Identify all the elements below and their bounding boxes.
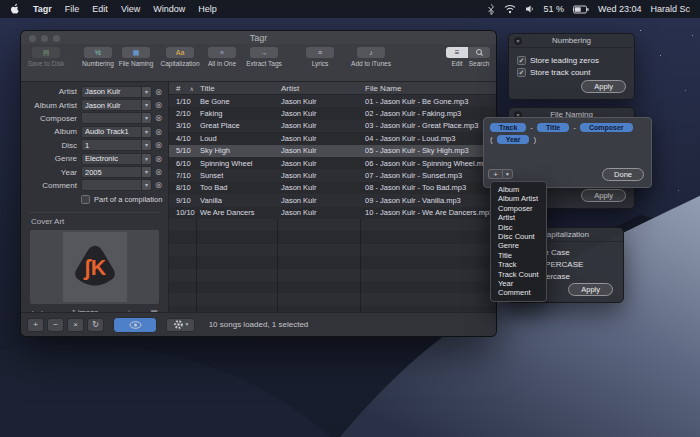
token-menu-chevron[interactable]: ▾	[502, 169, 513, 179]
close-icon[interactable]: ×	[514, 37, 522, 45]
capitalization-apply-button[interactable]: Apply	[568, 283, 613, 296]
genre-clear-button[interactable]: ⊗	[153, 154, 164, 164]
numbering-button[interactable]: ½ Numbering	[80, 47, 116, 67]
edit-segment[interactable]: ≡	[446, 47, 468, 58]
menubar-item-file[interactable]: File	[65, 4, 80, 14]
close-paren[interactable]: )	[533, 135, 536, 144]
file-naming-apply-button[interactable]: Apply	[581, 189, 626, 202]
composer-token[interactable]: Composer	[580, 123, 633, 132]
header-file-name[interactable]: File Name	[360, 84, 496, 93]
year-clear-button[interactable]: ⊗	[153, 167, 164, 177]
all-in-one-button[interactable]: » All in One	[204, 47, 240, 67]
add-to-itunes-button[interactable]: ♪ Add to iTunes	[345, 47, 397, 67]
artist-clear-button[interactable]: ⊗	[153, 87, 164, 97]
chevron-down-icon[interactable]: ▾	[141, 140, 151, 150]
table-row[interactable]: 9/10 Vanilla Jason Kulr 09 - Jason Kulr …	[169, 194, 496, 206]
year-input[interactable]: 2005 ▾	[81, 166, 152, 178]
preview-button[interactable]	[113, 317, 157, 333]
capitalization-button[interactable]: Aa Capitalization	[156, 47, 204, 67]
store-track-count-checkbox[interactable]: ✓	[517, 68, 526, 77]
volume-icon[interactable]	[525, 4, 535, 14]
clear-list-button[interactable]: ×	[67, 318, 84, 332]
token-separator[interactable]: -	[530, 123, 533, 132]
wifi-icon[interactable]	[504, 4, 516, 14]
menubar-item-edit[interactable]: Edit	[92, 4, 108, 14]
year-token[interactable]: Year	[497, 135, 530, 144]
menubar-item-window[interactable]: Window	[153, 4, 185, 14]
album-clear-button[interactable]: ⊗	[153, 127, 164, 137]
menu-item-title[interactable]: Title	[491, 251, 546, 260]
add-token-button[interactable]: +	[488, 169, 502, 179]
menubar-user[interactable]: Harald Sc	[650, 4, 690, 14]
table-row[interactable]: 6/10 Spinning Wheel Jason Kulr 06 - Jaso…	[169, 157, 496, 169]
file-naming-button[interactable]: ▦ File Naming	[116, 47, 156, 67]
disc-clear-button[interactable]: ⊗	[153, 140, 164, 150]
table-row[interactable]: 7/10 Sunset Jason Kulr 07 - Jason Kulr -…	[169, 169, 496, 181]
done-button[interactable]: Done	[602, 168, 644, 181]
album-artist-input[interactable]: Jason Kulr ▾	[81, 99, 152, 111]
chevron-down-icon[interactable]: ▾	[141, 180, 151, 190]
table-row[interactable]: 10/10 We Are Dancers Jason Kulr 10 - Jas…	[169, 207, 496, 219]
menubar-item-view[interactable]: View	[121, 4, 140, 14]
menubar-item-help[interactable]: Help	[198, 4, 217, 14]
menu-item-genre[interactable]: Genre	[491, 241, 546, 250]
apple-menu-icon[interactable]	[10, 3, 20, 15]
header-num[interactable]: #∧	[169, 84, 196, 93]
settings-button[interactable]: ▾	[166, 318, 195, 332]
composer-clear-button[interactable]: ⊗	[153, 113, 164, 123]
window-title: Tagr	[21, 33, 496, 43]
menu-item-year[interactable]: Year	[491, 279, 546, 288]
table-row[interactable]: 4/10 Loud Jason Kulr 04 - Jason Kulr - L…	[169, 132, 496, 144]
table-row[interactable]: 1/10 Be Gone Jason Kulr 01 - Jason Kulr …	[169, 95, 496, 107]
menu-item-track-count[interactable]: Track Count	[491, 270, 546, 279]
artist-input[interactable]: Jason Kulr ▾	[81, 86, 152, 98]
table-row[interactable]: 2/10 Faking Jason Kulr 02 - Jason Kulr -…	[169, 107, 496, 119]
store-leading-zeros-checkbox[interactable]: ✓	[517, 56, 526, 65]
compilation-checkbox[interactable]: ✓	[81, 195, 90, 204]
chevron-down-icon[interactable]: ▾	[141, 167, 151, 177]
menu-item-album[interactable]: Album	[491, 185, 546, 194]
numbering-apply-button[interactable]: Apply	[581, 80, 626, 93]
menu-item-disc-count[interactable]: Disc Count	[491, 232, 546, 241]
comment-input[interactable]: ▾	[81, 179, 152, 191]
header-artist[interactable]: Artist	[277, 84, 360, 93]
open-paren[interactable]: (	[490, 135, 493, 144]
bluetooth-icon[interactable]	[487, 4, 495, 15]
search-segment[interactable]	[468, 47, 490, 58]
menubar-app-name[interactable]: Tagr	[33, 4, 52, 14]
title-token[interactable]: Title	[537, 123, 569, 132]
reload-button[interactable]: ↻	[87, 318, 104, 332]
cover-art-well[interactable]: ʃK	[30, 230, 159, 304]
chevron-down-icon[interactable]: ▾	[141, 154, 151, 164]
chevron-down-icon[interactable]: ▾	[141, 100, 151, 110]
chevron-down-icon[interactable]: ▾	[141, 127, 151, 137]
table-row-selected[interactable]: 5/10 Sky High Jason Kulr 05 - Jason Kulr…	[169, 145, 496, 157]
table-row[interactable]: 8/10 Too Bad Jason Kulr 08 - Jason Kulr …	[169, 182, 496, 194]
disc-input[interactable]: 1 ▾	[81, 139, 152, 151]
menu-item-album-artist[interactable]: Album Artist	[491, 194, 546, 203]
menu-item-composer[interactable]: Composer	[491, 204, 546, 213]
save-to-disk-button[interactable]: ▤ Save to Disk	[25, 47, 67, 67]
menu-item-comment[interactable]: Comment	[491, 288, 546, 297]
track-token[interactable]: Track	[490, 123, 526, 132]
header-title[interactable]: Title	[196, 84, 277, 93]
album-artist-clear-button[interactable]: ⊗	[153, 100, 164, 110]
token-separator[interactable]: -	[573, 123, 576, 132]
menubar-clock[interactable]: Wed 23:04	[598, 4, 641, 14]
composer-input[interactable]: ▾	[81, 112, 152, 124]
chevron-down-icon[interactable]: ▾	[141, 113, 151, 123]
menu-item-artist[interactable]: Artist	[491, 213, 546, 222]
add-song-button[interactable]: +	[27, 318, 44, 332]
menu-item-track[interactable]: Track	[491, 260, 546, 269]
genre-input[interactable]: Electronic ▾	[81, 153, 152, 165]
menu-item-disc[interactable]: Disc	[491, 223, 546, 232]
chevron-down-icon[interactable]: ▾	[141, 87, 151, 97]
lyrics-button[interactable]: ≡ Lyrics	[305, 47, 335, 67]
extract-tags-button[interactable]: → Extract Tags	[241, 47, 287, 67]
token-line-1: Track - Title - Composer	[490, 123, 645, 132]
table-row[interactable]: 3/10 Great Place Jason Kulr 03 - Jason K…	[169, 120, 496, 132]
remove-song-button[interactable]: −	[47, 318, 64, 332]
battery-icon[interactable]	[573, 5, 589, 14]
comment-clear-button[interactable]: ⊗	[153, 180, 164, 190]
album-input[interactable]: Audio Track1 ▾	[81, 126, 152, 138]
